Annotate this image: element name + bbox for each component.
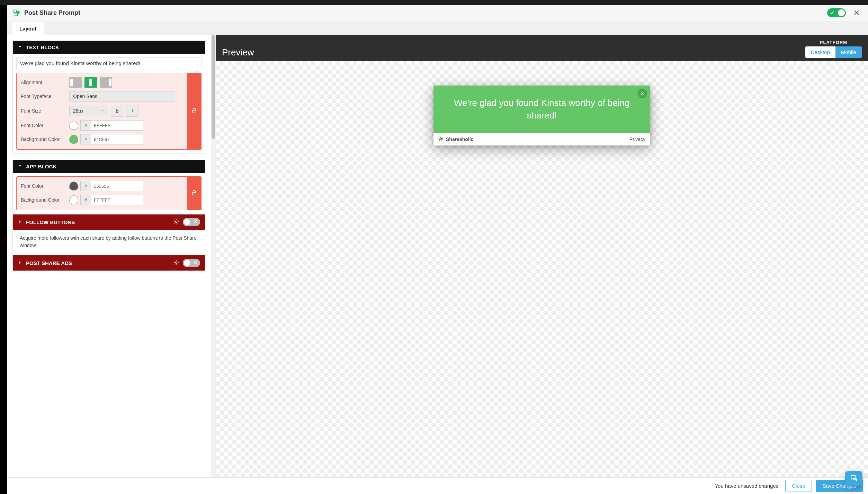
chevron-right-icon [18, 219, 23, 225]
svg-rect-7 [439, 139, 441, 141]
label-alignment: Alignment [21, 80, 69, 85]
scrollbar[interactable] [211, 35, 216, 477]
section-title: APP BLOCK [26, 164, 56, 169]
label-font-color: Font Color [21, 123, 69, 128]
close-modal-button[interactable] [851, 8, 862, 18]
italic-button[interactable]: i [126, 105, 138, 117]
label-typeface: Font Typeface [21, 94, 69, 99]
shareaholic-icon [438, 136, 444, 142]
tabs-bar: Layout [7, 21, 868, 35]
text-block-body: Alignment Font Typeface [13, 54, 205, 153]
chat-icon [850, 474, 858, 484]
shareaholic-brand[interactable]: Shareaholic [438, 136, 473, 142]
label-size: Font Size [21, 108, 69, 114]
wp-admin-bar [0, 0, 868, 5]
typeface-select[interactable]: Open Sans [69, 91, 175, 102]
hash-label: # [80, 181, 91, 191]
label-bg-color: Background Color [21, 136, 69, 142]
app-block-body: Font Color # [13, 173, 205, 271]
gear-icon[interactable] [173, 259, 179, 267]
platform-label: PLATFORM [820, 40, 847, 45]
locked-app-settings: Font Color # [16, 176, 202, 210]
font-color-swatch[interactable] [69, 121, 78, 130]
section-header-text-block[interactable]: TEXT BLOCK [13, 41, 205, 54]
label-app-font-color: Font Color [21, 183, 69, 189]
share-popup-preview: We're glad you found Kinsta worthy of be… [433, 86, 650, 145]
platform-mobile-tab[interactable]: Mobile [835, 46, 862, 58]
locked-text-settings: Alignment Font Typeface [16, 73, 202, 150]
section-header-follow-buttons[interactable]: FOLLOW BUTTONS ✕ [13, 214, 205, 230]
preview-panel: Preview PLATFORM Desktop Mobile We're gl… [216, 35, 868, 477]
preview-header: Preview PLATFORM Desktop Mobile [216, 35, 868, 61]
font-size-value: 28px [73, 108, 83, 114]
settings-modal: Post Share Prompt Layout TEXT BLOCK [7, 5, 868, 494]
bg-color-input[interactable] [91, 134, 143, 144]
preview-canvas: We're glad you found Kinsta worthy of be… [216, 61, 868, 477]
svg-point-3 [176, 221, 177, 222]
lock-strip[interactable] [187, 177, 201, 210]
tab-layout[interactable]: Layout [12, 22, 44, 35]
headline-input[interactable] [16, 57, 202, 69]
typeface-value: Open Sans [73, 94, 97, 99]
section-title: POST SHARE ADS [26, 260, 72, 266]
settings-scroll: TEXT BLOCK Alignment [7, 35, 211, 477]
section-title: TEXT BLOCK [26, 44, 59, 50]
chevron-right-icon [18, 260, 23, 266]
modal-title: Post Share Prompt [24, 9, 827, 17]
align-center-button[interactable] [84, 77, 97, 88]
modal-body: TEXT BLOCK Alignment [7, 35, 868, 477]
bold-button[interactable]: b [111, 105, 123, 117]
x-icon: ✕ [194, 260, 197, 265]
settings-panel: TEXT BLOCK Alignment [7, 35, 211, 477]
privacy-link[interactable]: Privacy [629, 136, 645, 142]
platform-desktop-tab[interactable]: Desktop [805, 46, 835, 58]
section-text-block: TEXT BLOCK Alignment [12, 41, 205, 153]
follow-buttons-toggle[interactable]: ✕ [183, 218, 200, 226]
bg-color-swatch[interactable] [69, 135, 78, 144]
lock-icon [191, 107, 197, 115]
app-bg-color-swatch[interactable] [69, 195, 78, 204]
svg-rect-0 [14, 10, 17, 13]
app-bg-color-input[interactable] [91, 195, 143, 205]
gear-icon[interactable] [173, 219, 179, 226]
check-icon [830, 10, 834, 15]
section-header-post-share-ads[interactable]: POST SHARE ADS ✕ [13, 255, 205, 271]
hash-label: # [80, 134, 91, 144]
svg-point-4 [176, 262, 177, 263]
lock-icon [191, 189, 197, 197]
chevron-down-icon [18, 44, 23, 50]
font-size-select[interactable]: 28px [69, 106, 108, 116]
enable-toggle[interactable] [827, 8, 846, 17]
font-color-input[interactable] [91, 120, 143, 131]
lock-strip[interactable] [187, 73, 201, 149]
section-title: FOLLOW BUTTONS [26, 219, 75, 225]
chevron-down-icon [18, 164, 23, 169]
chat-widget-button[interactable] [845, 471, 862, 486]
modal-footer: You have unsaved changes Close Save Chan… [7, 477, 868, 494]
shareaholic-logo-icon [13, 9, 20, 16]
preview-title: Preview [222, 47, 254, 58]
x-icon: ✕ [194, 219, 197, 224]
popup-footer: Shareaholic Privacy [433, 133, 650, 145]
popup-headline: We're glad you found Kinsta worthy of be… [454, 98, 629, 121]
label-app-bg-color: Background Color [21, 197, 69, 203]
post-share-ads-toggle[interactable]: ✕ [183, 259, 200, 267]
scrollbar-thumb[interactable] [212, 35, 215, 139]
modal-header: Post Share Prompt [7, 5, 868, 21]
follow-buttons-desc: Acquire more followers with each share b… [16, 230, 202, 255]
brand-text: Shareaholic [446, 136, 473, 142]
popup-close-button[interactable] [638, 89, 647, 98]
section-app-block: APP BLOCK Font Color # [12, 160, 205, 271]
app-font-color-swatch[interactable] [69, 182, 78, 191]
hash-label: # [80, 195, 91, 205]
svg-rect-5 [439, 137, 440, 139]
unsaved-changes-text: You have unsaved changes [715, 483, 778, 489]
platform-switcher: PLATFORM Desktop Mobile [805, 40, 862, 58]
popup-banner: We're glad you found Kinsta worthy of be… [433, 86, 650, 133]
align-right-button[interactable] [100, 77, 112, 88]
close-button[interactable]: Close [785, 480, 812, 492]
section-header-app-block[interactable]: APP BLOCK [13, 160, 205, 173]
app-font-color-input[interactable] [91, 181, 143, 191]
hash-label: # [80, 120, 91, 131]
align-left-button[interactable] [69, 77, 82, 88]
